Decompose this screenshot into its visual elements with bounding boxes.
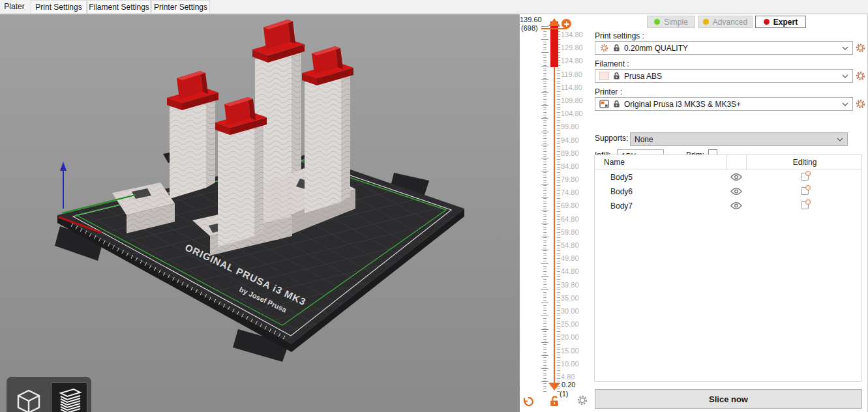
editor-view-button[interactable] <box>10 382 47 412</box>
tab-filament-settings[interactable]: Filament Settings <box>87 0 151 13</box>
lock-icon <box>613 100 620 108</box>
filament-color-swatch <box>599 72 609 80</box>
edit-print-settings-gear-icon[interactable] <box>855 42 866 53</box>
lock-icon <box>613 44 620 52</box>
tab-printer-settings[interactable]: Printer Settings <box>151 0 210 13</box>
slider-min-height-label: 0.20 <box>561 381 575 389</box>
eye-visibility-icon[interactable] <box>730 173 742 181</box>
eye-visibility-icon[interactable] <box>730 201 742 210</box>
slider-tick-label: 54.80 <box>561 239 592 252</box>
object-editing-icon[interactable] <box>801 187 809 195</box>
supports-dropdown[interactable]: None <box>630 132 848 146</box>
settings-panel: Simple Advanced Expert Print settings : <box>593 14 868 412</box>
slider-settings-gear-icon[interactable] <box>576 394 588 406</box>
unlock-icon[interactable] <box>548 395 561 407</box>
mode-expert-label: Expert <box>773 18 798 27</box>
print-settings-label: Print settings : <box>595 31 644 40</box>
slider-tick-label: 69.80 <box>561 199 592 212</box>
supports-label: Supports: <box>595 134 628 143</box>
slider-upper-handle[interactable] <box>548 18 560 26</box>
object-name: Body6 <box>610 187 633 196</box>
slider-max-height-label: 139.60 <box>520 16 542 23</box>
slider-tick-label: 114.80 <box>561 81 592 94</box>
edit-printer-gear-icon[interactable] <box>855 98 866 110</box>
column-header-editing: Editing <box>746 158 863 167</box>
expert-mode-dot-icon <box>764 19 770 25</box>
slider-tick-label: 35.00 <box>561 291 592 304</box>
object-editing-icon[interactable] <box>801 201 809 209</box>
mode-selector: Simple Advanced Expert <box>647 16 806 28</box>
slider-tick-labels: 134.80 129.80 124.80 119.80 114.80 109.8… <box>561 28 592 383</box>
slice-now-button[interactable]: Slice now <box>595 389 862 409</box>
slider-tick-label: 129.80 <box>561 41 592 54</box>
model-tower-right[interactable] <box>302 46 353 213</box>
layer-slider-panel: 139.60 (698) 134.80 129.80 124.80 119.80… <box>520 14 593 412</box>
slider-tick-label: 25.00 <box>561 317 592 331</box>
add-height-range-button[interactable] <box>561 19 571 29</box>
mode-simple-button[interactable]: Simple <box>647 16 695 28</box>
tab-plater[interactable]: Plater <box>0 0 29 13</box>
printer-value: Original Prusa i3 MK3S & MK3S+ <box>624 100 741 109</box>
slider-tick-label: 20.00 <box>561 331 592 344</box>
chevron-down-icon <box>842 102 848 106</box>
mode-simple-label: Simple <box>664 18 688 27</box>
main-tab-bar: Plater Print Settings Filament Settings … <box>0 0 868 13</box>
object-row[interactable]: Body6 <box>595 184 861 199</box>
simple-mode-dot-icon <box>654 19 660 25</box>
chevron-down-icon <box>842 74 848 78</box>
slider-track[interactable] <box>554 23 555 387</box>
slider-minor-ticks-left <box>543 26 546 392</box>
slider-tick-label: 10.00 <box>561 357 592 370</box>
object-list: Name Editing Body5 <box>594 154 862 382</box>
slider-tick-label: 124.80 <box>561 54 592 67</box>
preview-view-button[interactable] <box>51 382 87 412</box>
printer-combo[interactable]: Original Prusa i3 MK3S & MK3S+ <box>595 97 853 111</box>
object-row[interactable]: Body5 <box>595 170 861 184</box>
lock-icon <box>613 72 620 80</box>
slider-tick-label: 94.80 <box>561 134 592 147</box>
slider-tick-label: 30.00 <box>561 304 592 317</box>
slider-tick-label: 15.00 <box>561 344 592 357</box>
view-mode-toolbar <box>7 377 91 412</box>
object-editing-icon[interactable] <box>801 173 809 181</box>
edit-filament-gear-icon[interactable] <box>855 70 866 81</box>
chevron-down-icon <box>842 46 848 50</box>
column-header-name: Name <box>604 158 625 167</box>
slider-tick-label: 119.80 <box>561 68 592 81</box>
3d-viewport[interactable]: ORIGINAL PRUSA i3 MK3 by Josef Prusa <box>0 14 520 412</box>
object-row[interactable]: Body7 <box>595 199 861 213</box>
layers-icon <box>54 387 84 412</box>
slider-tick-label: 99.80 <box>561 120 592 133</box>
slider-tick-label: 64.80 <box>561 213 592 226</box>
slider-minor-ticks-right <box>557 26 560 392</box>
slider-tick-label: 89.80 <box>561 147 592 160</box>
slider-tick-label: 84.80 <box>561 160 592 173</box>
slider-tick-label: 104.80 <box>561 107 592 120</box>
object-list-header: Name Editing <box>595 155 861 170</box>
object-name: Body7 <box>610 201 633 211</box>
discard-changes-icon[interactable] <box>521 395 534 408</box>
print-settings-combo[interactable]: 0.20mm QUALITY <box>595 41 853 55</box>
slider-tick-label: 39.80 <box>561 278 592 291</box>
printer-icon <box>599 100 609 108</box>
slider-max-layer-count: (698) <box>521 24 538 32</box>
3d-scene: ORIGINAL PRUSA i3 MK3 by Josef Prusa <box>0 14 520 412</box>
print-settings-value: 0.20mm QUALITY <box>624 44 688 53</box>
mode-advanced-button[interactable]: Advanced <box>698 16 753 28</box>
filament-combo[interactable]: Prusa ABS <box>595 69 853 83</box>
slider-tick-label: 79.80 <box>561 173 592 186</box>
cube-icon <box>14 387 43 412</box>
slider-lower-handle[interactable] <box>548 383 560 390</box>
object-name: Body5 <box>610 173 633 182</box>
slider-tick-label: 59.80 <box>561 226 592 239</box>
tab-print-settings[interactable]: Print Settings <box>31 0 87 13</box>
slider-tick-label: 74.80 <box>561 186 592 199</box>
slider-tick-label: 44.80 <box>561 265 592 278</box>
mode-advanced-label: Advanced <box>713 18 747 27</box>
print-preset-gear-icon <box>599 43 609 53</box>
eye-visibility-icon[interactable] <box>730 187 742 196</box>
printer-label: Printer : <box>595 87 622 96</box>
mode-expert-button[interactable]: Expert <box>755 16 806 28</box>
chevron-down-icon <box>837 138 843 141</box>
slider-tick-label: 134.80 <box>561 28 592 41</box>
